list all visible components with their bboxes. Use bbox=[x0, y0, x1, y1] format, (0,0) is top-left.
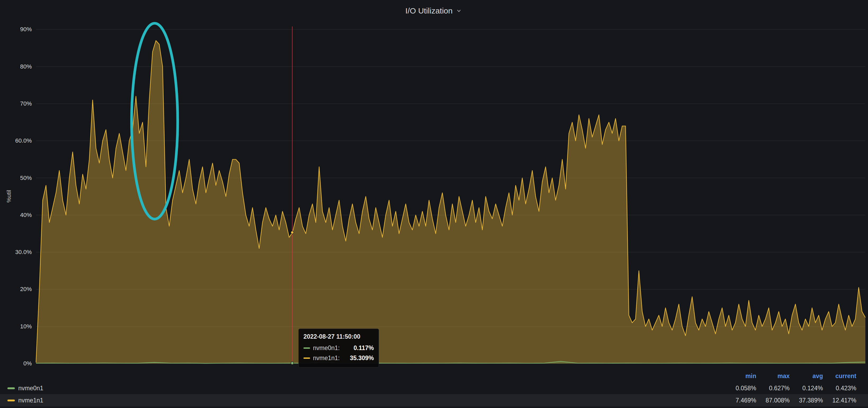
y-axis-label: %util bbox=[6, 190, 12, 203]
legend-value-nvme1n1-min: 7.469% bbox=[723, 397, 756, 404]
legend-value-nvme0n1-current: 0.423% bbox=[823, 385, 856, 392]
series-swatch-icon bbox=[7, 400, 15, 401]
legend-row-nvme1n1: nvme1n17.469%87.008%37.389%12.417% bbox=[0, 394, 868, 406]
legend-column-max[interactable]: max bbox=[756, 373, 789, 380]
legend-column-min[interactable]: min bbox=[723, 373, 756, 380]
series-color-icon bbox=[304, 358, 310, 359]
tooltip-series-value: 35.309% bbox=[350, 354, 374, 362]
legend-value-nvme1n1-max: 87.008% bbox=[756, 397, 789, 404]
series-swatch-icon bbox=[7, 387, 15, 389]
tooltip-row-nvme1n1: nvme1n1:35.309% bbox=[304, 353, 374, 363]
chevron-down-icon[interactable] bbox=[455, 7, 463, 14]
panel-title[interactable]: I/O Utilization bbox=[405, 6, 453, 15]
tooltip-row-nvme0n1: nvme0n1:0.117% bbox=[304, 343, 374, 353]
legend-series-label: nvme0n1 bbox=[18, 385, 43, 392]
legend-header-row: minmaxavgcurrent bbox=[0, 370, 868, 382]
tooltip-series-name: nvme1n1: bbox=[313, 354, 340, 362]
tooltip-series-name: nvme0n1: bbox=[313, 344, 340, 352]
legend: minmaxavgcurrentnvme0n10.058%0.627%0.124… bbox=[0, 370, 868, 406]
tooltip-timestamp: 2022-08-27 11:50:00 bbox=[304, 333, 374, 340]
hover-point-nvme1n1 bbox=[291, 231, 294, 234]
legend-column-avg[interactable]: avg bbox=[789, 373, 823, 380]
io-utilization-panel: I/O Utilization %util 0%10%20%30.0%40%50… bbox=[0, 0, 868, 408]
tooltip: 2022-08-27 11:50:00 nvme0n1:0.117%nvme1n… bbox=[299, 329, 379, 368]
chart-plot-area[interactable] bbox=[0, 0, 868, 408]
panel-header: I/O Utilization bbox=[0, 6, 868, 15]
legend-row-nvme0n1: nvme0n10.058%0.627%0.124%0.423% bbox=[0, 382, 868, 394]
hover-point-nvme0n1 bbox=[291, 362, 294, 365]
legend-series-nvme0n1[interactable]: nvme0n1 bbox=[7, 385, 723, 392]
legend-value-nvme0n1-avg: 0.124% bbox=[789, 385, 823, 392]
tooltip-series-rows: nvme0n1:0.117%nvme1n1:35.309% bbox=[304, 343, 374, 363]
legend-column-current[interactable]: current bbox=[823, 373, 856, 380]
legend-value-nvme1n1-avg: 37.389% bbox=[789, 397, 823, 404]
legend-value-nvme0n1-min: 0.058% bbox=[723, 385, 756, 392]
legend-series-nvme1n1[interactable]: nvme1n1 bbox=[7, 397, 723, 404]
legend-value-nvme0n1-max: 0.627% bbox=[756, 385, 789, 392]
legend-series-label: nvme1n1 bbox=[18, 397, 43, 404]
series-color-icon bbox=[304, 347, 310, 349]
legend-value-nvme1n1-current: 12.417% bbox=[823, 397, 856, 404]
tooltip-series-value: 0.117% bbox=[353, 344, 374, 352]
